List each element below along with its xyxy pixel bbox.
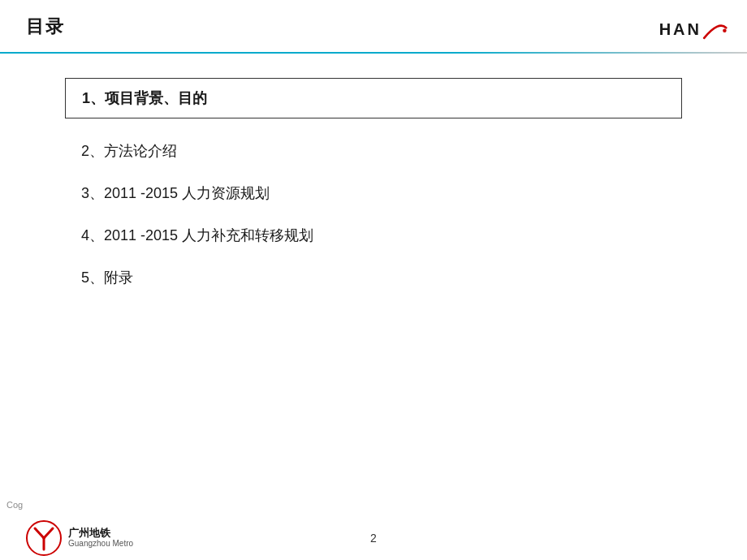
han-arc-icon (698, 15, 728, 44)
svg-point-0 (723, 29, 727, 33)
toc-item-2: 2、方法论介绍 (65, 141, 682, 161)
toc-content: 1、项目背景、目的 2、方法论介绍 3、2011 -2015 人力资源规划 4、… (0, 54, 747, 326)
toc-item-5-text: 5、附录 (81, 268, 133, 287)
toc-item-3: 3、2011 -2015 人力资源规划 (65, 183, 682, 203)
svg-line-3 (35, 528, 44, 538)
toc-item-1-text: 1、项目背景、目的 (82, 88, 207, 108)
toc-item-5: 5、附录 (65, 268, 682, 287)
header: 目录 HAN (0, 0, 747, 52)
han-logo: HAN (659, 15, 728, 44)
toc-item-4: 4、2011 -2015 人力补充和转移规划 (65, 226, 682, 245)
toc-item-2-text: 2、方法论介绍 (81, 141, 177, 161)
watermark-text: Cog (6, 500, 23, 510)
bottom-watermark: Cog (0, 497, 23, 513)
footer: 广州地铁 Guangzhou Metro 2 (0, 515, 747, 560)
page-title: 目录 (26, 15, 65, 39)
toc-item-1: 1、项目背景、目的 (65, 78, 682, 118)
footer-logo-en: Guangzhou Metro (68, 539, 133, 549)
footer-logo-zh: 广州地铁 (68, 527, 133, 540)
toc-item-3-text: 3、2011 -2015 人力资源规划 (81, 183, 270, 203)
page-number: 2 (370, 532, 377, 545)
gz-metro-icon (26, 520, 62, 556)
footer-logo-text: 广州地铁 Guangzhou Metro (68, 527, 133, 549)
toc-item-4-text: 4、2011 -2015 人力补充和转移规划 (81, 226, 313, 245)
svg-line-4 (44, 528, 53, 538)
footer-logo: 广州地铁 Guangzhou Metro (26, 520, 133, 556)
han-logo-text: HAN (659, 20, 702, 39)
